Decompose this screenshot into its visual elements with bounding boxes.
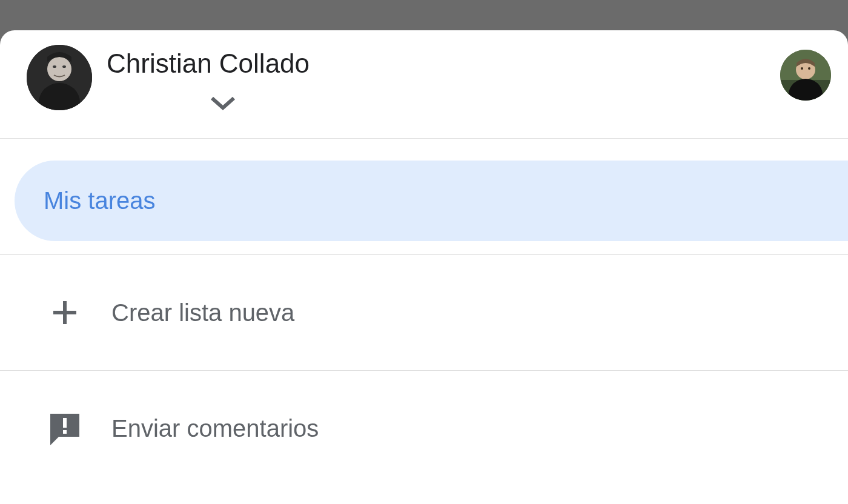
create-list-button[interactable]: Crear lista nueva [0, 255, 848, 371]
svg-rect-14 [63, 430, 67, 434]
task-lists-section: Mis tareas [0, 139, 848, 255]
user-name: Christian Collado [107, 48, 780, 79]
account-header[interactable]: Christian Collado [0, 30, 848, 139]
chevron-down-icon[interactable] [210, 94, 780, 114]
avatar-secondary[interactable] [780, 50, 831, 101]
task-list-label: Mis tareas [44, 187, 156, 214]
svg-point-9 [801, 67, 803, 70]
account-name-block: Christian Collado [107, 45, 780, 114]
create-list-label: Crear lista nueva [111, 299, 294, 327]
svg-point-10 [808, 67, 810, 70]
plus-icon [47, 295, 82, 330]
svg-point-4 [62, 65, 66, 68]
svg-point-1 [47, 57, 71, 81]
svg-rect-13 [63, 418, 67, 428]
task-list-selected[interactable]: Mis tareas [15, 161, 848, 241]
send-feedback-button[interactable]: Enviar comentarios [0, 371, 848, 494]
svg-point-3 [53, 65, 56, 68]
feedback-icon [47, 411, 82, 446]
send-feedback-label: Enviar comentarios [111, 415, 319, 442]
avatar-primary[interactable] [27, 45, 92, 110]
bottom-sheet: Christian Collado Mis tareas [0, 30, 848, 504]
